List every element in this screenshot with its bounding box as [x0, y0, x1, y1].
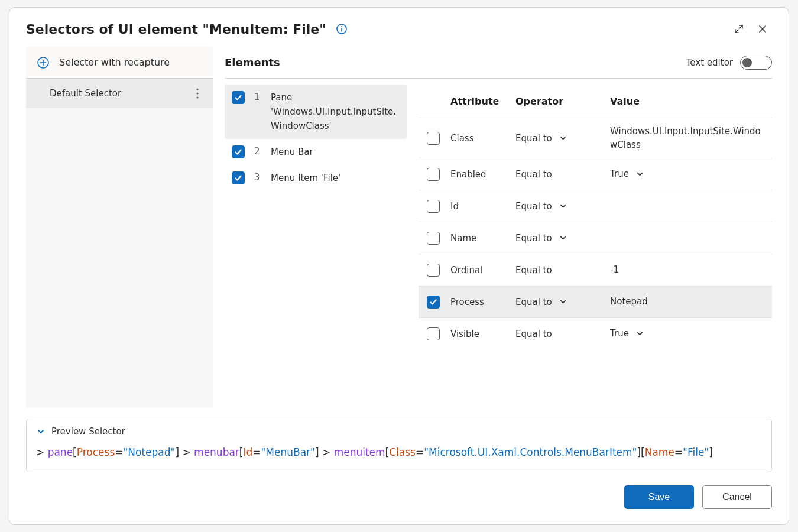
attribute-row[interactable]: ClassEqual toWindows.UI.Input.InputSite.… [419, 118, 772, 158]
close-icon[interactable] [753, 20, 772, 38]
preview-token: = [115, 446, 123, 458]
expand-icon[interactable] [729, 20, 748, 38]
attribute-operator[interactable]: Equal to [515, 297, 610, 307]
chevron-down-icon [36, 427, 46, 436]
attribute-operator[interactable]: Equal to [515, 265, 610, 275]
attribute-value[interactable]: -1 [610, 263, 764, 277]
svg-point-6 [196, 88, 198, 90]
plus-circle-icon [37, 56, 50, 69]
dialog-body: Selector with recapture Default Selector… [9, 47, 789, 411]
attribute-operator[interactable]: Equal to [515, 133, 610, 144]
toggle-knob [742, 58, 752, 67]
attribute-checkbox[interactable] [427, 200, 440, 213]
preview-token: "Microsoft.UI.Xaml.Controls.MenuBarItem" [424, 446, 637, 458]
selectors-list: Default Selector [26, 79, 213, 408]
element-checkbox[interactable] [232, 91, 245, 104]
columns: 1Pane 'Windows.UI.Input.InputSite.Window… [225, 79, 772, 408]
attribute-row[interactable]: EnabledEqual toTrue [419, 158, 772, 190]
element-index: 3 [254, 172, 261, 183]
main-header: Elements Text editor [225, 47, 772, 79]
attribute-checkbox[interactable] [427, 296, 440, 309]
chevron-down-icon[interactable] [559, 234, 567, 242]
chevron-down-icon[interactable] [636, 330, 644, 338]
dialog-header: Selectors of UI element "MenuItem: File" [9, 8, 789, 47]
preview-token: Class [389, 446, 416, 458]
selector-builder-dialog: Selectors of UI element "MenuItem: File" [9, 7, 789, 525]
attribute-checkbox[interactable] [427, 132, 440, 145]
preview-label: Preview Selector [51, 426, 125, 437]
preview-token: [ [641, 446, 645, 458]
col-operator: Operator [515, 96, 610, 107]
element-name: Menu Bar [271, 145, 313, 159]
attribute-value[interactable]: Notepad [610, 295, 764, 309]
elements-title: Elements [225, 56, 280, 69]
attribute-row[interactable]: ProcessEqual toNotepad [419, 286, 772, 317]
attribute-name: Ordinal [450, 265, 515, 275]
preview-token: "Notepad" [124, 446, 176, 458]
preview-token: Name [645, 446, 674, 458]
element-checkbox[interactable] [232, 171, 245, 184]
chevron-down-icon[interactable] [636, 170, 644, 179]
attribute-operator[interactable]: Equal to [515, 233, 610, 244]
add-selector-button[interactable]: Selector with recapture [26, 47, 213, 79]
preview-token: menubar [194, 446, 239, 458]
attribute-row[interactable]: NameEqual to [419, 222, 772, 254]
cancel-button[interactable]: Cancel [702, 485, 772, 509]
preview-token: = [674, 446, 683, 458]
attribute-row[interactable]: VisibleEqual toTrue [419, 317, 772, 349]
main-panel: Elements Text editor 1Pane 'Windows.UI.I… [225, 47, 772, 408]
attribute-value[interactable]: True [610, 167, 764, 181]
attribute-row[interactable]: IdEqual to [419, 190, 772, 222]
preview-toggle[interactable]: Preview Selector [36, 426, 762, 437]
preview-token: Process [77, 446, 115, 458]
preview-token: ] > [175, 446, 194, 458]
attribute-checkbox[interactable] [427, 264, 440, 277]
elements-list: 1Pane 'Windows.UI.Input.InputSite.Window… [225, 85, 407, 408]
preview-token: = [252, 446, 261, 458]
chevron-down-icon[interactable] [559, 134, 567, 142]
element-row[interactable]: 2Menu Bar [225, 139, 407, 165]
info-icon[interactable] [336, 23, 348, 35]
attribute-operator[interactable]: Equal to [515, 201, 610, 212]
attribute-checkbox[interactable] [427, 232, 440, 245]
attribute-value[interactable]: Windows.UI.Input.InputSite.WindowClass [610, 125, 764, 151]
element-checkbox[interactable] [232, 145, 245, 158]
save-button[interactable]: Save [624, 485, 694, 509]
dialog-footer: Save Cancel [9, 472, 789, 524]
col-value: Value [610, 96, 764, 107]
preview-token: > [36, 446, 48, 458]
element-row[interactable]: 3Menu Item 'File' [225, 165, 407, 191]
more-options-icon[interactable] [189, 85, 206, 102]
col-attribute: Attribute [450, 96, 515, 107]
element-name: Pane 'Windows.UI.Input.InputSite.WindowC… [271, 90, 400, 133]
preview-token: = [416, 446, 424, 458]
selectors-sidebar: Selector with recapture Default Selector [26, 47, 213, 408]
svg-point-7 [196, 92, 198, 94]
attributes-table: Attribute Operator Value ClassEqual toWi… [419, 85, 772, 408]
attribute-row[interactable]: OrdinalEqual to-1 [419, 254, 772, 286]
element-row[interactable]: 1Pane 'Windows.UI.Input.InputSite.Window… [225, 85, 407, 139]
attribute-operator[interactable]: Equal to [515, 329, 610, 339]
attribute-checkbox[interactable] [427, 327, 440, 340]
text-editor-label: Text editor [686, 57, 733, 68]
preview-token: ] > [315, 446, 334, 458]
element-name: Menu Item 'File' [271, 171, 340, 185]
attribute-operator[interactable]: Equal to [515, 169, 610, 180]
svg-point-8 [196, 96, 198, 98]
text-editor-toggle[interactable] [740, 56, 772, 70]
preview-token: "MenuBar" [261, 446, 315, 458]
attribute-value[interactable]: True [610, 327, 764, 340]
element-index: 2 [254, 146, 261, 157]
attribute-name: Visible [450, 329, 515, 339]
text-editor-toggle-wrap: Text editor [686, 56, 772, 70]
svg-point-2 [341, 26, 342, 27]
chevron-down-icon[interactable] [559, 202, 567, 210]
chevron-down-icon[interactable] [559, 298, 567, 306]
preview-token: ] [709, 446, 713, 458]
attribute-name: Enabled [450, 169, 515, 180]
preview-token: pane [48, 446, 73, 458]
attribute-checkbox[interactable] [427, 168, 440, 181]
preview-token: [ [73, 446, 77, 458]
sidebar-selector-item[interactable]: Default Selector [26, 79, 213, 108]
attribute-name: Id [450, 201, 515, 212]
